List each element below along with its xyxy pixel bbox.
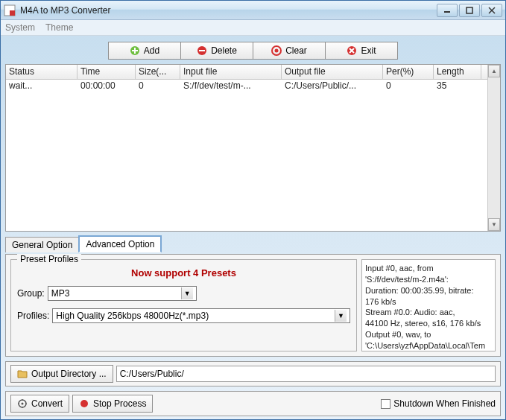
window-controls: [437, 4, 502, 17]
output-directory-row: Output Directory ...: [5, 361, 501, 386]
minimize-button[interactable]: [437, 4, 458, 17]
info-line: 'S:/f/dev/test/m-2.m4a':: [365, 274, 492, 285]
menu-system[interactable]: System: [5, 22, 35, 33]
col-output[interactable]: Output file: [282, 65, 383, 79]
tab-advanced[interactable]: Advanced Option: [78, 235, 162, 252]
titlebar: M4A to MP3 Converter: [1, 1, 505, 20]
info-line: 'C:\Users\yzf\AppData\Local\Tem: [365, 340, 492, 351]
scroll-up-icon[interactable]: ▲: [488, 65, 500, 77]
plus-icon: [130, 45, 140, 56]
col-time[interactable]: Time: [78, 65, 136, 79]
cell-per: 0: [383, 80, 434, 93]
col-length[interactable]: Length: [434, 65, 481, 79]
svg-rect-1: [10, 10, 15, 16]
close-button[interactable]: [481, 4, 502, 17]
scroll-down-icon[interactable]: ▼: [488, 218, 500, 231]
shutdown-checkbox[interactable]: [381, 399, 390, 409]
info-line: Output #0, wav, to: [365, 329, 492, 340]
menu-theme[interactable]: Theme: [45, 22, 73, 33]
table-row[interactable]: wait... 00:00:00 0 S:/f/dev/test/m-... C…: [6, 80, 487, 93]
svg-point-12: [275, 49, 279, 53]
profiles-value: High Quality 256kbps 48000Hz(*.mp3): [56, 311, 209, 321]
delete-button[interactable]: Delete: [180, 42, 253, 60]
col-status[interactable]: Status: [6, 65, 78, 79]
tab-general[interactable]: General Option: [5, 237, 79, 252]
info-line: Duration: 00:00:35.99, bitrate:: [365, 285, 492, 296]
menubar: System Theme: [1, 20, 505, 36]
info-line: Input #0, aac, from: [365, 263, 492, 274]
options-tabs: General Option Advanced Option: [5, 236, 501, 252]
stop-label: Stop Process: [93, 398, 146, 409]
app-window: M4A to MP3 Converter System Theme Add De…: [0, 0, 506, 420]
info-line: Stream #0.0: Audio: aac,: [365, 307, 492, 318]
preset-profiles-fieldset: Preset Profiles Now support 4 Presets Gr…: [10, 259, 357, 351]
output-directory-label: Output Directory ...: [31, 369, 107, 379]
shutdown-label: Shutdown When Finished: [393, 398, 496, 409]
cell-input: S:/f/dev/test/m-...: [180, 80, 282, 93]
group-select[interactable]: MP3 ▼: [48, 286, 197, 301]
svg-rect-3: [467, 7, 472, 13]
add-label: Add: [144, 45, 159, 56]
file-table: Status Time Size(... Input file Output f…: [5, 64, 501, 232]
content-area: Add Delete Clear Exit Status Time Size(.…: [1, 36, 505, 419]
cell-length: 35: [434, 80, 481, 93]
info-line: 44100 Hz, stereo, s16, 176 kb/s: [365, 318, 492, 329]
media-info-box: Input #0, aac, from 'S:/f/dev/test/m-2.m…: [361, 259, 496, 351]
output-directory-input[interactable]: [116, 366, 496, 382]
stop-icon: [79, 398, 89, 409]
svg-point-22: [80, 400, 88, 407]
shutdown-checkbox-wrap[interactable]: Shutdown When Finished: [381, 398, 496, 409]
convert-icon: [17, 398, 28, 409]
convert-label: Convert: [31, 398, 63, 409]
toolbar: Add Delete Clear Exit: [5, 39, 501, 63]
stop-button[interactable]: Stop Process: [72, 395, 153, 413]
cell-time: 00:00:00: [78, 80, 136, 93]
action-row: Convert Stop Process Shutdown When Finis…: [5, 391, 501, 416]
presets-message: Now support 4 Presets: [17, 267, 350, 279]
table-scrollbar[interactable]: ▲ ▼: [487, 65, 500, 231]
exit-button[interactable]: Exit: [325, 42, 398, 60]
chevron-down-icon: ▼: [335, 310, 347, 322]
add-button[interactable]: Add: [108, 42, 181, 60]
window-title: M4A to MP3 Converter: [20, 5, 437, 16]
group-value: MP3: [51, 288, 70, 299]
col-size[interactable]: Size(...: [136, 65, 180, 79]
col-input[interactable]: Input file: [180, 65, 282, 79]
options-panel: Preset Profiles Now support 4 Presets Gr…: [5, 254, 501, 357]
chevron-down-icon: ▼: [181, 287, 193, 299]
info-line: 176 kb/s: [365, 296, 492, 308]
clear-label: Clear: [285, 45, 307, 56]
app-icon: [4, 4, 16, 16]
exit-label: Exit: [361, 45, 376, 56]
cell-size: 0: [136, 80, 180, 93]
col-per[interactable]: Per(%): [383, 65, 434, 79]
minus-icon: [197, 45, 207, 56]
group-label: Group:: [17, 288, 45, 299]
svg-point-17: [22, 403, 24, 405]
preset-legend: Preset Profiles: [17, 254, 81, 264]
exit-icon: [347, 45, 357, 56]
maximize-button[interactable]: [459, 4, 480, 17]
clear-button[interactable]: Clear: [253, 42, 326, 60]
convert-button[interactable]: Convert: [10, 395, 69, 413]
folder-icon: [17, 369, 28, 379]
cell-output: C:/Users/Public/...: [282, 80, 383, 93]
table-header-row: Status Time Size(... Input file Output f…: [6, 65, 487, 80]
clear-icon: [271, 45, 282, 56]
profiles-select[interactable]: High Quality 256kbps 48000Hz(*.mp3) ▼: [52, 308, 350, 323]
delete-label: Delete: [211, 45, 237, 56]
output-directory-button[interactable]: Output Directory ...: [10, 365, 113, 383]
profiles-label: Profiles:: [17, 311, 49, 321]
cell-status: wait...: [6, 80, 78, 93]
